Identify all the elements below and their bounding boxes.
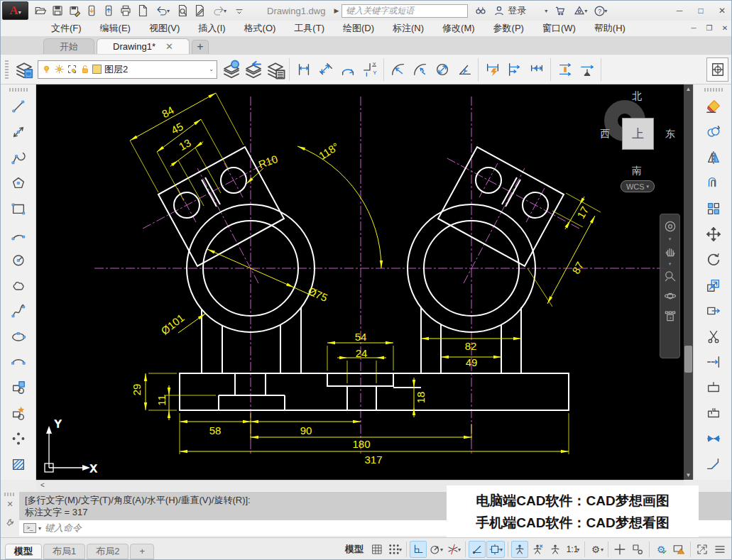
nav-expand-icon[interactable]: ▾ — [669, 237, 672, 241]
insert-block-button[interactable] — [6, 375, 31, 400]
scale-button[interactable] — [701, 273, 726, 298]
line-button[interactable] — [6, 94, 31, 119]
isolate-objects-button[interactable] — [629, 541, 646, 558]
layers-panel-button[interactable] — [13, 57, 35, 82]
model-space-button[interactable]: 模型 — [341, 541, 368, 558]
search-binoculars-icon[interactable] — [474, 5, 487, 16]
array-button[interactable] — [701, 196, 726, 221]
annotation-visibility-button[interactable] — [511, 541, 528, 558]
spline-button[interactable] — [6, 298, 31, 324]
view-cube-north[interactable]: 北 — [632, 90, 642, 103]
settings-dropdown-icon[interactable]: ▾ — [601, 547, 603, 553]
menu-item-w[interactable]: 窗口(W) — [533, 21, 585, 36]
revision-cloud-button[interactable] — [6, 273, 31, 298]
tab-start[interactable]: 开始 — [43, 38, 94, 54]
command-dropdown-icon[interactable]: ▾ — [38, 525, 41, 532]
view-cube-south[interactable]: 南 — [632, 165, 642, 177]
dim-angular-button[interactable] — [453, 57, 475, 82]
scroll-left-icon[interactable]: < — [40, 481, 45, 489]
dim-aligned-button[interactable] — [315, 57, 337, 82]
close-button[interactable]: ✕ — [711, 2, 732, 19]
preview-button[interactable] — [175, 3, 190, 18]
grid-button[interactable] — [368, 541, 386, 558]
erase-button[interactable] — [701, 94, 726, 119]
tab-close-icon[interactable]: ✕ — [165, 39, 173, 54]
osnap-button[interactable]: ▾ — [486, 541, 505, 558]
pan-button[interactable] — [662, 242, 679, 260]
circle-button[interactable] — [6, 247, 31, 273]
search-flyout-icon[interactable]: ▶ — [334, 7, 339, 14]
navigation-wheel-button[interactable] — [662, 217, 679, 236]
dim-centermark-button[interactable] — [706, 57, 728, 82]
store-cart-icon[interactable] — [554, 5, 567, 16]
polygon-button[interactable] — [6, 170, 31, 196]
polar-button[interactable]: ▾ — [427, 541, 444, 558]
app-logo-button[interactable]: A▾ — [2, 1, 28, 20]
annotation-autoscale-button[interactable] — [529, 541, 546, 558]
menu-item-v[interactable]: 视图(V) — [140, 21, 189, 36]
isodraft-button[interactable]: ▾ — [445, 541, 462, 558]
osnap-dropdown-icon[interactable]: ▾ — [500, 547, 503, 553]
user-icon[interactable] — [493, 5, 505, 16]
isodraft-dropdown-icon[interactable]: ▾ — [458, 547, 461, 553]
ellipse-button[interactable] — [6, 324, 31, 349]
mirror-button[interactable] — [701, 145, 726, 170]
scale-1-1-button[interactable]: 1:1▾ — [564, 541, 581, 558]
toolbar-overflow-button[interactable] — [231, 3, 247, 18]
undo-button[interactable]: ▾ — [152, 3, 173, 18]
polar-dropdown-icon[interactable]: ▾ — [440, 547, 443, 553]
break-at-point-button[interactable] — [701, 375, 726, 400]
layer-properties-button[interactable] — [264, 57, 286, 82]
layout-tab-2[interactable]: 布局2 — [87, 544, 129, 559]
menu-item-p[interactable]: 参数(P) — [484, 21, 533, 36]
scroll-down-icon[interactable]: ▼ — [684, 472, 693, 478]
new-layout-button[interactable]: + — [130, 544, 154, 559]
clean-screen-button[interactable] — [694, 541, 711, 558]
dim-ordinate-button[interactable]: YX — [359, 57, 381, 82]
arc-button[interactable] — [6, 221, 31, 247]
doc-close-button[interactable]: ✕ — [717, 22, 732, 35]
break-button[interactable] — [701, 400, 726, 426]
vertical-scrollbar[interactable]: ▲ ▼ — [684, 84, 693, 480]
save-button[interactable] — [50, 3, 65, 18]
login-button[interactable]: 登录 — [508, 4, 526, 17]
menu-item-t[interactable]: 工具(T) — [285, 21, 334, 36]
snap-button[interactable]: ▾ — [386, 541, 403, 558]
drawing-canvas[interactable]: YX844513R10118°Ø75Ø101178754248249291118… — [36, 84, 684, 480]
hatch-button[interactable] — [6, 451, 31, 477]
menu-item-n[interactable]: 标注(N) — [383, 21, 433, 36]
import-mobile-button[interactable] — [101, 3, 116, 18]
annotation-scale-button[interactable] — [547, 541, 564, 558]
dim-radius-button[interactable] — [387, 57, 409, 82]
multiple-points-button[interactable] — [6, 426, 31, 451]
layout-tab-1[interactable]: 布局1 — [43, 544, 85, 559]
dim-baseline-button[interactable] — [503, 57, 525, 82]
move-button[interactable] — [701, 221, 726, 247]
new-file-button[interactable] — [135, 3, 151, 18]
tab-drawing1[interactable]: Drawing1*✕ — [97, 38, 190, 54]
polyline-button[interactable] — [6, 145, 31, 170]
snap-dropdown-icon[interactable]: ▾ — [399, 547, 402, 553]
toolbar-grip[interactable] — [5, 60, 9, 79]
draw-toolbar-grip[interactable] — [9, 88, 28, 92]
scroll-up-icon[interactable]: ▲ — [684, 86, 693, 92]
construction-line-button[interactable] — [6, 119, 31, 145]
dim-continue-button[interactable] — [525, 57, 547, 82]
command-grip[interactable] — [4, 493, 16, 496]
layer-select-dropdown-icon[interactable]: ⌄ — [209, 66, 214, 72]
search-input[interactable]: 键入关键字或短语 — [342, 4, 468, 18]
menu-item-m[interactable]: 修改(M) — [433, 21, 484, 36]
make-block-button[interactable] — [6, 400, 31, 426]
ortho-button[interactable] — [410, 541, 427, 558]
settings-button[interactable]: ⚙▾ — [588, 541, 605, 558]
modify-toolbar-grip[interactable] — [704, 88, 723, 92]
minimize-button[interactable]: ─ — [669, 2, 690, 19]
nav-expand-icon[interactable]: ▾ — [669, 262, 672, 265]
dim-linear-button[interactable] — [293, 57, 315, 82]
a360-dropdown-icon[interactable]: ▾ — [584, 8, 587, 14]
maximize-button[interactable]: □ — [690, 2, 711, 19]
dim-space-button[interactable] — [554, 57, 576, 82]
layer-previous-button[interactable] — [242, 57, 264, 82]
command-close-icon[interactable]: ✕ — [6, 500, 13, 509]
elliptical-arc-button[interactable] — [6, 349, 31, 375]
